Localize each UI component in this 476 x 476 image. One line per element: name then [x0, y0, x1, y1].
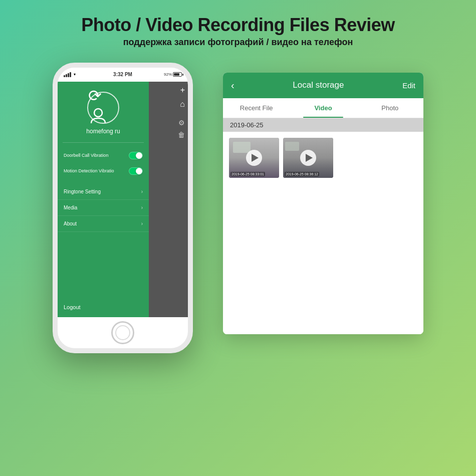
- screen-title: Local storage: [293, 80, 344, 90]
- house-icon: ⌂: [180, 100, 185, 109]
- main-title: Photo / Video Recording Files Review: [81, 15, 394, 35]
- play-triangle-2: [306, 154, 313, 162]
- wifi-icon: ▾: [74, 72, 76, 77]
- status-left: ▾: [64, 72, 76, 77]
- phone-time: 3:32 PM: [113, 72, 132, 77]
- tab-recent-file[interactable]: Recent File: [223, 98, 290, 118]
- ringtone-menu-item[interactable]: Ringtone Setting ›: [58, 184, 149, 200]
- chevron-right-icon-2: ›: [141, 205, 143, 210]
- page-header: Photo / Video Recording Files Review под…: [81, 15, 394, 48]
- chevron-right-icon-3: ›: [141, 221, 143, 226]
- play-button-2[interactable]: [300, 150, 316, 166]
- video-grid: 2019-06-25 08:33:01 2019-06-25 08:36:12: [223, 132, 423, 184]
- empty-area: [223, 184, 423, 334]
- about-menu-item[interactable]: About ›: [58, 216, 149, 232]
- battery-icon: [173, 72, 182, 77]
- app-tabs: Recent File Video Photo: [223, 98, 423, 118]
- doorbell-toggle[interactable]: [129, 152, 143, 159]
- video-timestamp-1: 2019-06-25 08:33:01: [230, 172, 265, 176]
- phone-mockup: ▾ 3:32 PM 92% ⟳: [53, 63, 203, 353]
- battery-fill: [174, 73, 179, 76]
- ringtone-label: Ringtone Setting: [64, 189, 101, 194]
- tab-photo[interactable]: Photo: [357, 98, 423, 118]
- video-thumb-2[interactable]: 2019-06-25 08:36:12: [283, 138, 333, 178]
- trash-icon: 🗑: [178, 131, 185, 139]
- play-triangle-1: [252, 154, 259, 162]
- avatar-svg: [88, 105, 108, 125]
- signal-bar-4: [70, 72, 71, 77]
- logout-item[interactable]: Logout: [58, 296, 149, 317]
- status-right: 92%: [164, 72, 182, 77]
- motion-toggle[interactable]: [129, 167, 143, 175]
- doorbell-vibration-setting[interactable]: Doorbell Call Vibration: [58, 148, 149, 163]
- app-content: 2019-06-25 2019-06-25 08:33:01: [223, 118, 423, 334]
- local-storage-screen: ‹ Local storage Edit Recent File Video P…: [223, 73, 423, 334]
- phone-status-bar: ▾ 3:32 PM 92%: [58, 68, 188, 82]
- video-timestamp-2: 2019-06-25 08:36:12: [285, 172, 319, 176]
- signal-bar-2: [66, 74, 67, 77]
- toggle-knob: [136, 152, 142, 159]
- thumb-light-1: [233, 142, 251, 153]
- sidebar-header: ⟳ homefong ru: [58, 82, 149, 142]
- phone-screen: ⟳ homefong ru Doorbell Cal: [58, 82, 188, 317]
- battery-percent: 92%: [164, 72, 172, 77]
- edit-button[interactable]: Edit: [402, 81, 415, 90]
- menu-items: Ringtone Setting › Media › About ›: [58, 184, 149, 296]
- doorbell-label: Doorbell Call Vibration: [64, 153, 108, 158]
- app-header: ‹ Local storage Edit: [223, 73, 423, 98]
- battery-tip: [182, 74, 183, 76]
- signal-icon: [64, 72, 71, 77]
- phone-right-panel: + ⌂ ⚙ 🗑: [149, 82, 188, 317]
- thumb-light-2: [285, 142, 299, 151]
- plus-icon: +: [180, 86, 185, 95]
- media-label: Media: [64, 205, 77, 210]
- phone-sidebar: ⟳ homefong ru Doorbell Cal: [58, 82, 149, 317]
- home-button[interactable]: [111, 321, 134, 344]
- date-header: 2019-06-25: [223, 118, 423, 132]
- content-area: ▾ 3:32 PM 92% ⟳: [10, 63, 466, 353]
- phone-frame: ▾ 3:32 PM 92% ⟳: [53, 63, 193, 353]
- toggle-knob-2: [136, 168, 142, 174]
- logout-label: Logout: [64, 304, 81, 310]
- gear-icon: ⚙: [178, 119, 185, 127]
- avatar: ⟳: [87, 92, 119, 124]
- settings-section: Doorbell Call Vibration Motion Detection…: [58, 143, 149, 184]
- media-menu-item[interactable]: Media ›: [58, 200, 149, 216]
- play-button-1[interactable]: [246, 150, 262, 166]
- about-label: About: [64, 221, 77, 226]
- back-button[interactable]: ‹: [231, 80, 234, 91]
- home-button-inner: [115, 325, 130, 340]
- username: homefong ru: [86, 128, 120, 135]
- video-thumb-1[interactable]: 2019-06-25 08:33:01: [229, 138, 279, 178]
- signal-bar-3: [68, 73, 69, 77]
- tab-video[interactable]: Video: [290, 98, 356, 118]
- main-subtitle: поддержка записи фотографий / видео на т…: [81, 37, 394, 48]
- motion-label: Motion Detection Vibratio: [64, 168, 114, 173]
- signal-bar-1: [64, 75, 65, 77]
- motion-detection-setting[interactable]: Motion Detection Vibratio: [58, 163, 149, 179]
- chevron-right-icon: ›: [141, 189, 143, 194]
- user-icon: ⟳: [88, 86, 118, 129]
- svg-point-0: [94, 109, 102, 117]
